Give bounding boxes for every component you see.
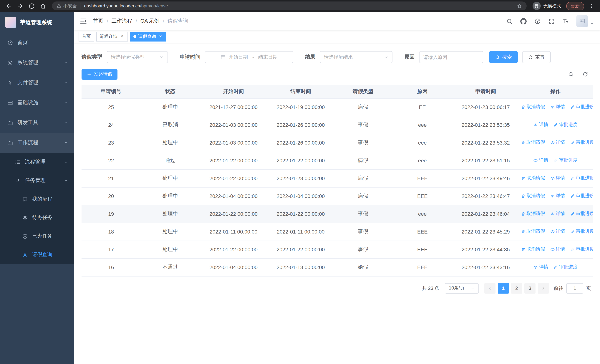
column-header: 申请时间: [453, 85, 518, 98]
goto-page-input[interactable]: [566, 283, 583, 293]
divider: [80, 3, 80, 9]
progress-link[interactable]: 审批进度: [570, 211, 593, 217]
filter-form: 请假类型 请选择请假类型 申请时间 开始日期 - 结束日期: [82, 51, 593, 63]
page-button-2[interactable]: 2: [511, 283, 522, 293]
create-leave-button[interactable]: 发起请假: [82, 69, 117, 80]
page-button-1[interactable]: 1: [498, 283, 509, 293]
sidebar-item-home[interactable]: 首页: [0, 33, 74, 53]
end-time: 2022-01-04 00:00:00: [267, 187, 334, 205]
detail-link[interactable]: 详情: [550, 140, 565, 146]
security-label[interactable]: 不安全: [63, 3, 77, 9]
reason-input[interactable]: [419, 51, 483, 63]
tag-home[interactable]: 首页: [79, 32, 94, 41]
cancel-link[interactable]: 取消请假: [521, 229, 545, 235]
user-menu[interactable]: [576, 15, 594, 27]
cancel-link[interactable]: 取消请假: [521, 246, 545, 253]
cancel-link[interactable]: 取消请假: [521, 175, 545, 181]
sidebar-toggle-button[interactable]: [80, 18, 87, 25]
progress-link[interactable]: 审批进度: [553, 264, 578, 271]
progress-link[interactable]: 审批进度: [570, 246, 593, 253]
detail-link[interactable]: 详情: [550, 246, 565, 253]
start-time: 2022-01-11 00:00:00: [200, 223, 267, 241]
warning-icon: [56, 3, 62, 9]
breadcrumb-item[interactable]: 首页: [93, 18, 103, 24]
bookmark-star-icon[interactable]: [517, 3, 522, 9]
detail-link[interactable]: 详情: [550, 229, 565, 235]
progress-link[interactable]: 审批进度: [553, 122, 578, 128]
page-size-select[interactable]: 10条/页: [445, 283, 479, 293]
result-select[interactable]: 请选择流结果: [320, 51, 393, 63]
sidebar-item-leave-query[interactable]: 请假查询: [0, 245, 74, 264]
detail-link[interactable]: 详情: [550, 193, 565, 199]
sidebar-item-my-process[interactable]: 我的流程: [0, 190, 74, 208]
logo[interactable]: 芋道管理系统: [0, 12, 74, 33]
sidebar-item-process-management[interactable]: 流程管理: [0, 153, 74, 171]
detail-link[interactable]: 详情: [534, 264, 548, 271]
browser-home-button[interactable]: [40, 3, 46, 9]
apply-time-range-picker[interactable]: 开始日期 - 结束日期: [205, 51, 293, 63]
sidebar-item-infrastructure[interactable]: 基础设施: [0, 93, 74, 113]
cancel-link[interactable]: 取消请假: [521, 193, 545, 199]
column-header: 申请编号: [82, 85, 141, 98]
cancel-link[interactable]: 取消请假: [521, 140, 545, 146]
next-page-button[interactable]: [538, 283, 549, 293]
operations-cell: 取消请假详情审批进度: [518, 205, 593, 223]
detail-link[interactable]: 详情: [550, 211, 565, 217]
prev-page-button[interactable]: [484, 283, 496, 293]
breadcrumb-item[interactable]: 工作流程: [112, 18, 132, 24]
chevron-up-icon: [64, 178, 68, 183]
sidebar-item-todo-tasks[interactable]: 待办任务: [0, 208, 74, 227]
browser-menu-button[interactable]: [589, 3, 594, 9]
tag-close-icon[interactable]: ×: [158, 34, 163, 39]
sidebar-item-payment-management[interactable]: 支付管理: [0, 73, 74, 93]
edit-icon: [553, 158, 558, 163]
sidebar-item-dev-tools[interactable]: 研发工具: [0, 113, 74, 133]
fullscreen-button[interactable]: [544, 12, 559, 30]
header-search-button[interactable]: [502, 12, 516, 30]
progress-link[interactable]: 审批进度: [570, 193, 593, 199]
browser-forward-button[interactable]: [17, 3, 23, 9]
progress-link[interactable]: 审批进度: [570, 140, 593, 146]
sidebar-item-workflow[interactable]: 工作流程: [0, 133, 74, 153]
address-bar[interactable]: 不安全 dashboard.yudao.iocoder.cn/bpm/oa/le…: [52, 1, 527, 10]
help-button[interactable]: [530, 12, 544, 30]
table-refresh-icon[interactable]: [582, 72, 588, 77]
progress-link[interactable]: 审批进度: [570, 175, 593, 181]
search-button[interactable]: 搜索: [489, 51, 518, 63]
github-button[interactable]: [516, 12, 530, 30]
browser-reload-button[interactable]: [28, 3, 35, 9]
detail-link[interactable]: 详情: [550, 175, 565, 181]
op-label: 取消请假: [526, 211, 545, 217]
leave-type-select[interactable]: 请选择请假类型: [107, 51, 168, 63]
content: 请假类型 请选择请假类型 申请时间 开始日期 - 结束日期: [74, 43, 600, 364]
detail-link[interactable]: 详情: [534, 122, 548, 128]
font-size-button[interactable]: [559, 12, 572, 30]
sidebar-item-done-tasks[interactable]: 已办任务: [0, 227, 74, 245]
leave-type: 病假: [334, 187, 392, 205]
sidebar-item-task-management[interactable]: 任务管理: [0, 171, 74, 190]
browser-update-button[interactable]: 更新: [566, 2, 584, 10]
progress-link[interactable]: 审批进度: [553, 157, 578, 164]
progress-link[interactable]: 审批进度: [570, 229, 593, 235]
sidebar-item-system-management[interactable]: 系统管理: [0, 53, 74, 73]
status: 处理中: [141, 205, 200, 223]
reset-button[interactable]: 重置: [522, 51, 551, 63]
tag-leave-query[interactable]: 请假查询×: [130, 32, 166, 41]
cancel-link[interactable]: 取消请假: [521, 211, 545, 217]
view-icon: [534, 123, 538, 127]
apply-time: 2022-01-22 23:43:16: [453, 258, 518, 276]
detail-link[interactable]: 详情: [550, 104, 565, 110]
progress-link[interactable]: 审批进度: [570, 104, 593, 110]
detail-link[interactable]: 详情: [534, 157, 548, 164]
breadcrumb-item[interactable]: OA 示例: [141, 18, 159, 24]
browser-chrome: 不安全 dashboard.yudao.iocoder.cn/bpm/oa/le…: [0, 0, 600, 12]
end-time: 2022-01-13 00:00:00: [267, 258, 334, 276]
tag-close-icon[interactable]: ×: [119, 34, 124, 39]
page-button-3[interactable]: 3: [525, 283, 535, 293]
end-time: 2022-01-26 00:00:00: [267, 116, 334, 134]
browser-back-button[interactable]: [6, 3, 12, 9]
table-search-toggle-icon[interactable]: [568, 72, 574, 77]
cancel-link[interactable]: 取消请假: [521, 104, 545, 110]
application-id: 22: [82, 152, 141, 169]
tag-process-detail[interactable]: 流程详情×: [96, 32, 128, 41]
